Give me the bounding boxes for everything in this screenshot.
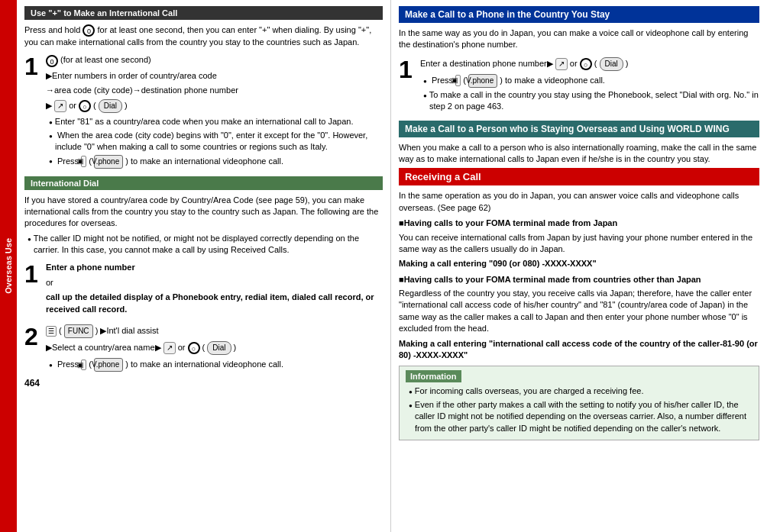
right-step1-row: 1 Enter a destination phone number▶ ↗ or… [399, 57, 759, 114]
right-section3-sub1-text: You can receive international calls from… [399, 232, 759, 256]
right-send-btn: ↗ [555, 58, 568, 70]
step2-2-number: 2 [24, 324, 46, 349]
info-bullet2: Even if the other party makes a call wit… [406, 399, 752, 434]
right-section3-intro: In the same operation as you do in Japan… [399, 190, 759, 214]
dial-circle-btn2: ○ [188, 342, 200, 354]
right-section3-header: Receiving a Call [399, 168, 759, 185]
step1-content: 0 (for at least one second) ▶Enter numbe… [46, 54, 383, 169]
section1-header: Use "+" to Make an International Call [24, 6, 383, 20]
right-section3-sub2-text: Regardless of the country you stay, you … [399, 288, 759, 335]
sidebar: Overseas Use [0, 0, 17, 532]
right-section3-sub2-making: Making a call entering "international ca… [399, 338, 759, 362]
right-section1-intro: In the same way as you do in Japan, you … [399, 27, 759, 51]
section2-header: International Dial [24, 176, 383, 190]
dial-label: Dial [99, 99, 122, 113]
zero-button: 0 [83, 24, 95, 37]
right-dial-btn: ○ [580, 58, 592, 70]
vphone-btn: V.phone [94, 155, 123, 169]
step2-1-number: 1 [24, 262, 46, 286]
send-btn-right: ↗ [163, 342, 176, 354]
right-column: Make a Call to a Phone in the Country Yo… [391, 0, 767, 532]
right-section1-header: Make a Call to a Phone in the Country Yo… [399, 6, 759, 23]
info-bullet1: For incoming calls overseas, you are cha… [406, 385, 752, 397]
section2-intro: If you have stored a country/area code b… [24, 195, 383, 230]
sidebar-label: Overseas Use [4, 238, 13, 294]
left-column: Use "+" to Make an International Call Pr… [17, 0, 391, 532]
step2-1-content: Enter a phone number or call up the deta… [46, 262, 383, 318]
right-section2-header: Make a Call to a Person who is Staying O… [399, 121, 759, 137]
func-icon: ☰ [46, 326, 57, 337]
func-label: FUNC [64, 324, 93, 338]
section2-bullet1: The caller ID might not be notified, or … [24, 233, 383, 256]
send-btn-left: ↗ [54, 100, 66, 112]
step1-row: 1 0 (for at least one second) ▶Enter num… [24, 54, 383, 169]
right-section3-sub1: ■Having calls to your FOMA terminal made… [399, 218, 759, 229]
step2-2-content: ☰ ( FUNC ) ▶Int'l dial assist ▶Select a … [46, 324, 283, 373]
step2-2-bullet: Press ▣ ( V.phone ) to make an internati… [46, 358, 283, 372]
dial-label2: Dial [207, 341, 231, 355]
step1-bullet2: When the area code (city code) begins wi… [46, 130, 383, 153]
vphone-btn2: V.phone [94, 358, 123, 372]
step2-1-row: 1 Enter a phone number or call up the de… [24, 262, 383, 318]
step1-number: 1 [24, 54, 46, 79]
step2-2-row: 2 ☰ ( FUNC ) ▶Int'l dial assist ▶Select … [24, 324, 383, 373]
right-vphone-btn: V.phone [468, 74, 497, 88]
step1-bullet3: Press ▣ ( V.phone ) to make an internati… [46, 155, 383, 169]
step1-circle-btn: 0 [46, 55, 58, 67]
right-section3-sub2: ■Having calls to your FOMA terminal made… [399, 274, 759, 285]
right-video-icon: ▣ [455, 75, 461, 86]
right-step1-bullet1: Press ▣ ( V.phone ) to make a videophone… [420, 74, 759, 88]
right-step1-number: 1 [399, 57, 420, 82]
dial-circle-btn: ○ [79, 100, 91, 112]
info-box: Information For incoming calls overseas,… [399, 366, 759, 440]
step1-bullet1: Enter "81" as a country/area code when y… [46, 116, 383, 127]
right-step1-bullet2: To make a call in the country you stay u… [420, 89, 759, 113]
page-number: 464 [24, 378, 383, 389]
right-step1-content: Enter a destination phone number▶ ↗ or ○… [420, 57, 759, 114]
info-box-header: Information [406, 370, 461, 382]
right-dial-label: Dial [600, 57, 623, 71]
right-section3-sub1-making: Making a call entering "090 (or 080) -XX… [399, 258, 759, 269]
right-section2-intro: When you make a call to a person who is … [399, 142, 759, 166]
video-icon: ▣ [81, 156, 86, 167]
section1-intro: Press and hold 0 for at least one second… [24, 24, 383, 48]
video-icon2: ▣ [81, 360, 86, 371]
